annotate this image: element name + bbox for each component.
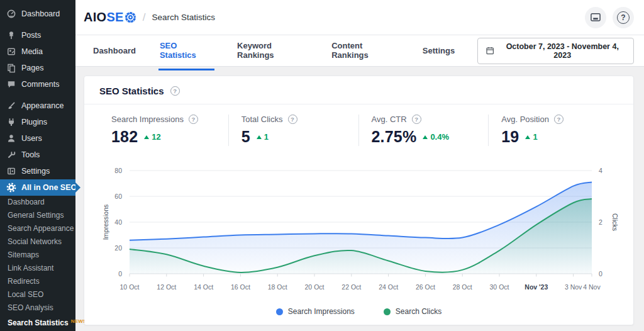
- sidebar-item-label: All in One SEO: [21, 183, 77, 192]
- svg-text:20 Oct: 20 Oct: [305, 283, 325, 291]
- sidebar-item-label: Plugins: [21, 118, 47, 126]
- svg-text:10 Oct: 10 Oct: [120, 283, 140, 291]
- svg-text:Impressions: Impressions: [102, 205, 109, 240]
- submenu-item-link-assistant[interactable]: Link Assistant: [0, 262, 75, 275]
- submenu-item-redirects[interactable]: Redirects: [0, 275, 75, 288]
- metric-help-icon[interactable]: ?: [412, 115, 421, 124]
- trend-up-icon: [525, 135, 530, 139]
- svg-text:0: 0: [118, 270, 122, 278]
- legend-dot-impressions: [276, 308, 283, 315]
- submenu-label: Search Statistics: [8, 318, 69, 327]
- submenu-item-social-networks[interactable]: Social Networks: [0, 235, 75, 249]
- tab-seo-statistics[interactable]: SEO Statistics: [158, 31, 214, 70]
- svg-text:2: 2: [599, 218, 602, 226]
- sidebar-item-posts[interactable]: Posts: [0, 27, 75, 43]
- metric-delta-value: 1: [264, 132, 269, 142]
- metric-delta: 0.4%: [423, 132, 449, 142]
- svg-text:26 Oct: 26 Oct: [416, 283, 435, 291]
- sidebar-item-label: Posts: [21, 31, 41, 40]
- wp-admin-menu: Dashboard Posts Media Pages: [0, 0, 75, 331]
- sidebar-item-comments[interactable]: Comments: [0, 76, 75, 93]
- sidebar-item-plugins[interactable]: Plugins: [0, 114, 75, 130]
- tab-keyword-rankings[interactable]: Keyword Rankings: [236, 31, 309, 70]
- legend-search-impressions[interactable]: Search Impressions: [276, 307, 355, 316]
- sidebar-item-all-in-one-seo[interactable]: All in One SEO: [0, 179, 75, 196]
- submenu-label: Dashboard: [8, 198, 45, 206]
- metrics-row: Search Impressions ? 182 12 Total Clicks…: [84, 104, 633, 152]
- brush-icon: [6, 101, 16, 111]
- submenu-label: Social Networks: [8, 237, 62, 246]
- sidebar-item-label: Comments: [21, 80, 59, 89]
- new-badge: NEW!: [71, 318, 85, 324]
- submenu-item-general-settings[interactable]: General Settings: [0, 209, 75, 222]
- submenu-item-local-seo[interactable]: Local SEO: [0, 288, 75, 301]
- sidebar-item-pages[interactable]: Pages: [0, 60, 75, 76]
- aioseo-gear-icon: [6, 182, 16, 193]
- svg-text:Clicks: Clicks: [611, 213, 619, 231]
- sidebar-item-tools[interactable]: Tools: [0, 147, 75, 163]
- metric-value: 19: [501, 128, 519, 146]
- aioseo-submenu: Dashboard General Settings Search Appear…: [0, 196, 75, 331]
- sidebar-item-dashboard[interactable]: Dashboard: [0, 6, 75, 22]
- sidebar-item-label: Pages: [21, 64, 43, 72]
- svg-text:24 Oct: 24 Oct: [379, 283, 398, 291]
- sidebar-item-label: Appearance: [21, 101, 64, 110]
- metric-value: 2.75%: [372, 128, 417, 146]
- calendar-icon: [486, 46, 494, 55]
- header-actions: ?: [585, 7, 634, 28]
- submenu-item-dashboard[interactable]: Dashboard: [0, 196, 75, 209]
- metric-label: Search Impressions: [111, 115, 184, 124]
- submenu-label: Link Assistant: [8, 264, 53, 272]
- submenu-label: Sitemaps: [8, 250, 39, 259]
- submenu-item-search-appearance[interactable]: Search Appearance: [0, 222, 75, 235]
- logo-text-aio: AIO: [84, 10, 106, 25]
- submenu-label: SEO Analysis: [8, 303, 53, 312]
- card-help-icon[interactable]: ?: [170, 86, 180, 96]
- pages-icon: [6, 63, 16, 73]
- sidebar-item-media[interactable]: Media: [0, 43, 75, 60]
- svg-text:0: 0: [599, 270, 602, 278]
- monitor-button[interactable]: [585, 7, 606, 28]
- stats-tabs-bar: Dashboard SEO Statistics Keyword Ranking…: [75, 35, 644, 67]
- metric-delta-value: 0.4%: [430, 132, 449, 142]
- tab-content-rankings[interactable]: Content Rankings: [330, 31, 400, 70]
- metric-avg-position: Avg. Position ? 19 1: [488, 115, 618, 146]
- svg-text:18 Oct: 18 Oct: [268, 283, 287, 291]
- metric-search-impressions: Search Impressions ? 182 12: [111, 115, 228, 146]
- help-button[interactable]: ?: [613, 7, 634, 28]
- submenu-item-search-statistics[interactable]: Search StatisticsNEW!: [0, 315, 75, 328]
- question-mark-icon: ?: [617, 11, 630, 24]
- aioseo-header: AIOSE / Search Statistics ?: [75, 0, 644, 35]
- svg-text:60: 60: [114, 193, 122, 200]
- svg-text:16 Oct: 16 Oct: [231, 283, 250, 291]
- legend-search-clicks[interactable]: Search Clicks: [384, 307, 441, 316]
- media-icon: [6, 47, 16, 57]
- sidebar-item-settings[interactable]: Settings: [0, 163, 75, 179]
- metric-help-icon[interactable]: ?: [288, 115, 297, 124]
- pushpin-icon: [6, 30, 16, 40]
- svg-text:20: 20: [114, 244, 122, 252]
- submenu-item-tools[interactable]: Tools: [0, 328, 75, 331]
- svg-text:40: 40: [114, 218, 122, 226]
- svg-text:30 Oct: 30 Oct: [490, 283, 509, 291]
- svg-text:3 Nov: 3 Nov: [565, 283, 582, 291]
- date-range-picker[interactable]: October 7, 2023 - November 4, 2023: [477, 38, 634, 64]
- legend-label: Search Impressions: [288, 307, 355, 316]
- metric-help-icon[interactable]: ?: [189, 115, 198, 124]
- submenu-item-seo-analysis[interactable]: SEO Analysis: [0, 301, 75, 315]
- metric-help-icon[interactable]: ?: [554, 115, 564, 124]
- metric-delta: 1: [257, 132, 269, 142]
- main-area: AIOSE / Search Statistics ? Dashboard: [75, 0, 644, 331]
- metric-delta: 12: [144, 132, 160, 142]
- sidebar-item-users[interactable]: Users: [0, 130, 75, 147]
- settings-icon: [6, 166, 16, 176]
- submenu-item-sitemaps[interactable]: Sitemaps: [0, 249, 75, 262]
- seo-statistics-card: SEO Statistics ? Search Impressions ? 18…: [84, 76, 634, 325]
- sidebar-item-appearance[interactable]: Appearance: [0, 98, 75, 114]
- metric-total-clicks: Total Clicks ? 5 1: [228, 115, 358, 146]
- tab-dashboard[interactable]: Dashboard: [92, 36, 137, 66]
- sidebar-item-label: Users: [21, 134, 42, 143]
- comment-icon: [6, 79, 16, 89]
- tab-settings[interactable]: Settings: [421, 36, 456, 66]
- metric-label: Avg. Position: [501, 115, 549, 124]
